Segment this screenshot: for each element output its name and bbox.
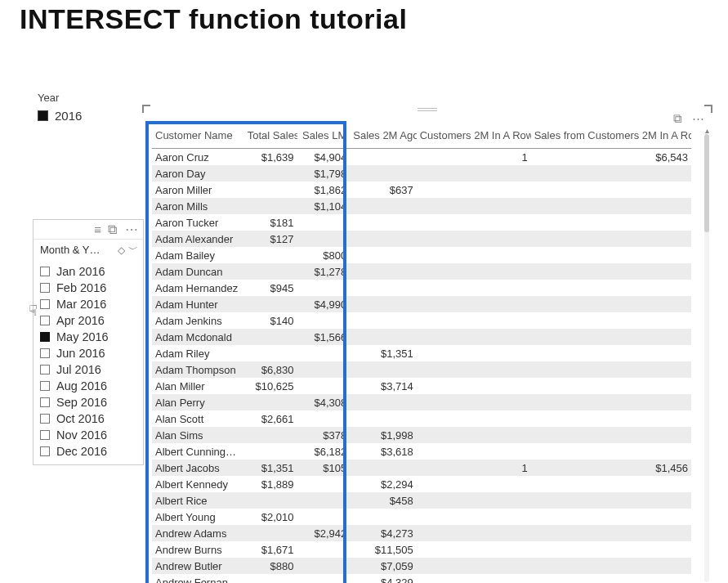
table-row[interactable]: Andrew Butler$880$7,059 xyxy=(152,558,691,574)
table-cell: Alan Miller xyxy=(152,378,244,394)
month-slicer-item[interactable]: Dec 2016 xyxy=(40,443,138,460)
month-slicer-item[interactable]: Jul 2016 xyxy=(40,361,138,378)
year-slicer[interactable]: Year 2016 xyxy=(38,92,136,123)
table-cell: Albert Jacobs xyxy=(152,460,244,476)
table-row[interactable]: Albert Jacobs$1,351$1051$1,456 xyxy=(152,460,691,476)
more-options-icon[interactable]: ⋯ xyxy=(125,222,138,237)
focus-mode-icon[interactable]: ⧉ xyxy=(673,111,682,126)
drag-handle-icon[interactable]: ≡ xyxy=(94,222,100,236)
month-slicer-item[interactable]: Jan 2016 xyxy=(40,263,138,280)
table-cell: Andrew Fernandez xyxy=(152,574,244,583)
table-row[interactable]: Albert Cunningham$6,182$3,618 xyxy=(152,443,691,460)
resize-handle-tl[interactable] xyxy=(142,105,150,113)
table-row[interactable]: Andrew Adams$2,942$4,273 xyxy=(152,525,691,541)
table-cell: Adam Thompson xyxy=(152,361,244,378)
table-row[interactable]: Alan Sims$378$1,998 xyxy=(152,427,691,443)
table-row[interactable]: Adam Hunter$4,990 xyxy=(152,296,691,312)
checkbox-icon[interactable] xyxy=(40,397,50,407)
table-row[interactable]: Adam Riley$1,351 xyxy=(152,345,691,361)
table-cell xyxy=(531,541,691,558)
col-header[interactable]: Total Sales xyxy=(244,126,297,149)
month-item-label: Oct 2016 xyxy=(56,412,105,425)
vertical-scrollbar[interactable]: ▴ ▾ xyxy=(703,131,711,583)
table-cell: Albert Kennedy xyxy=(152,476,244,492)
checkbox-icon[interactable] xyxy=(40,381,50,391)
table-row[interactable]: Andrew Burns$1,671$11,505 xyxy=(152,541,691,558)
table-row[interactable]: Andrew Fernandez$4,329 xyxy=(152,574,691,583)
table-cell xyxy=(531,247,691,263)
table-row[interactable]: Adam Thompson$6,830 xyxy=(152,361,691,378)
table-row[interactable]: Adam Alexander$127 xyxy=(152,231,691,247)
scroll-thumb[interactable] xyxy=(704,134,709,232)
col-header[interactable]: Customer Name xyxy=(152,126,244,149)
month-slicer-item[interactable]: Nov 2016 xyxy=(40,427,138,443)
checkbox-icon[interactable] xyxy=(40,414,50,424)
col-header[interactable]: Sales from Customers 2M In A Row xyxy=(531,126,691,149)
month-item-label: Jul 2016 xyxy=(56,363,101,376)
table-row[interactable]: Aaron Tucker$181 xyxy=(152,214,691,231)
month-slicer-item[interactable]: Mar 2016 xyxy=(40,296,138,312)
checkbox-icon[interactable] xyxy=(40,316,50,325)
table-cell: $1,456 xyxy=(531,460,691,476)
chevron-down-icon[interactable]: ﹀ xyxy=(128,243,138,257)
table-row[interactable]: Aaron Mills$1,104 xyxy=(152,198,691,214)
table-row[interactable]: Alan Miller$10,625$3,714 xyxy=(152,378,691,394)
month-slicer-item[interactable]: Feb 2016 xyxy=(40,280,138,296)
table-cell: $945 xyxy=(244,280,297,296)
table-cell xyxy=(417,345,531,361)
table-cell: Andrew Adams xyxy=(152,525,244,541)
checkbox-icon[interactable] xyxy=(40,267,50,276)
year-slicer-item[interactable]: 2016 xyxy=(38,109,136,123)
month-slicer-item[interactable]: Aug 2016 xyxy=(40,378,138,394)
table-cell xyxy=(417,410,531,427)
table-row[interactable]: Adam Bailey$800 xyxy=(152,247,691,263)
more-options-icon[interactable]: ⋯ xyxy=(692,111,704,126)
month-slicer-item[interactable]: Oct 2016 xyxy=(40,410,138,427)
table-row[interactable]: Adam Duncan$1,278 xyxy=(152,263,691,280)
table-row[interactable]: Alan Scott$2,661 xyxy=(152,410,691,427)
table-cell xyxy=(244,427,297,443)
table-cell: $3,618 xyxy=(350,443,416,460)
resize-handle-tr[interactable] xyxy=(704,105,712,113)
table-cell xyxy=(350,280,416,296)
col-header[interactable]: Customers 2M In A Row xyxy=(417,126,531,149)
table-cell xyxy=(350,231,416,247)
col-header[interactable]: Sales 2M Ago xyxy=(350,126,416,149)
table-cell xyxy=(297,378,351,394)
checkbox-checked-icon[interactable] xyxy=(40,332,50,342)
table-cell: $1,889 xyxy=(244,476,297,492)
checkbox-icon[interactable] xyxy=(40,430,50,440)
checkbox-checked-icon[interactable] xyxy=(38,110,48,121)
table-row[interactable]: Alan Perry$4,308 xyxy=(152,394,691,410)
table-row[interactable]: Aaron Miller$1,862$637 xyxy=(152,182,691,198)
month-slicer-item[interactable]: Sep 2016 xyxy=(40,394,138,410)
table-row[interactable]: Adam Mcdonald$1,566 xyxy=(152,329,691,345)
checkbox-icon[interactable] xyxy=(40,365,50,374)
table-cell xyxy=(244,443,297,460)
focus-mode-icon[interactable]: ⧉ xyxy=(108,222,117,237)
col-header[interactable]: Sales LM xyxy=(297,126,351,149)
checkbox-icon[interactable] xyxy=(40,446,50,456)
checkbox-icon[interactable] xyxy=(40,283,50,293)
table-row[interactable]: Albert Kennedy$1,889$2,294 xyxy=(152,476,691,492)
table-cell: 1 xyxy=(417,460,531,476)
month-slicer-item[interactable]: Apr 2016 xyxy=(40,312,138,329)
checkbox-icon[interactable] xyxy=(40,299,50,309)
checkbox-icon[interactable] xyxy=(40,348,50,358)
month-slicer-item[interactable]: May 2016 xyxy=(40,329,138,345)
table-cell xyxy=(244,165,297,182)
table-cell xyxy=(417,525,531,541)
month-slicer[interactable]: ≡ ⧉ ⋯ Month & Y… ◇ ﹀ Jan 2016Feb 2016Mar… xyxy=(33,219,144,465)
clear-selections-icon[interactable]: ◇ xyxy=(118,244,125,256)
month-slicer-item[interactable]: Jun 2016 xyxy=(40,345,138,361)
table-cell: $1,798 xyxy=(297,165,351,182)
table-row[interactable]: Albert Young$2,010 xyxy=(152,509,691,525)
table-row[interactable]: Aaron Day$1,798 xyxy=(152,165,691,182)
table-row[interactable]: Adam Hernandez$945 xyxy=(152,280,691,296)
table-visual[interactable]: ⧉ ⋯ Customer Name Total Sales Sales LM S… xyxy=(144,106,711,583)
table-cell: $1,862 xyxy=(297,182,351,198)
table-row[interactable]: Adam Jenkins$140 xyxy=(152,312,691,329)
table-row[interactable]: Albert Rice$458 xyxy=(152,492,691,509)
table-row[interactable]: Aaron Cruz$1,639$4,9041$6,543 xyxy=(152,149,691,166)
drag-handle-top[interactable] xyxy=(418,108,437,111)
